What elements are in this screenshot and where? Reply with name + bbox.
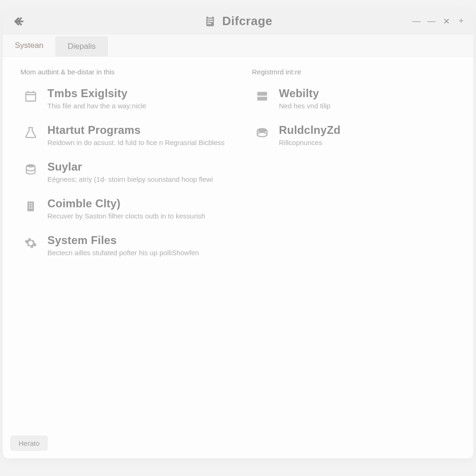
building-icon [23,199,38,214]
left-column-heading: Mom autbint & be-distar in this [20,68,232,76]
item-webilty[interactable]: Webilty Ned hes vnd tilip [255,87,464,110]
back-button[interactable] [10,12,29,31]
footer: Herato [10,436,48,451]
left-column: Mom autbint & be-distar in this Tmbs Exi… [12,68,232,271]
item-text: Coimble Clty) Recuver by Saston filher c… [47,197,232,220]
titlebar: Difcrage — — ✕ + [3,8,473,34]
right-column: Registmrd int:re Webilty Ned hes vnd til… [244,68,464,271]
add-button[interactable]: + [454,14,469,29]
item-text: System Files Bectecn ailles stufated pof… [47,234,232,257]
item-desc: Recuver by Saston filher clocts outb in … [47,212,232,220]
item-title: Coimble Clty) [47,197,232,210]
svg-rect-9 [31,203,32,204]
item-suylar[interactable]: Suylar Eégneos; atriy (1d- stoirn bielpy… [23,160,232,183]
minus-icon: — [427,16,436,26]
close-icon: ✕ [443,16,450,26]
flask-icon [23,126,38,140]
item-htartut-programs[interactable]: Htartut Programs Reidown in do acsust. I… [23,124,232,146]
item-desc: Ned hes vnd tilip [279,102,464,110]
svg-point-17 [258,132,267,137]
gear-icon [23,236,38,251]
item-text: Suylar Eégneos; atriy (1d- stoirn bielpy… [47,160,232,183]
item-desc: Reidown in do acsust. Id fuld to fice n … [47,139,232,146]
button-label: Herato [19,439,40,447]
minimize-button-2[interactable]: — [424,14,439,29]
svg-rect-14 [258,92,267,96]
app-window: Difcrage — — ✕ + Systean Diepalis Mom au… [3,8,473,458]
svg-rect-3 [207,20,213,21]
database-icon [23,162,38,177]
item-text: RuldclnyZd Rillcopnunces [279,124,464,146]
svg-rect-2 [207,19,213,20]
item-tmbs-exiglsity[interactable]: Tmbs Exiglsity This file and hav the a w… [23,87,232,110]
title-center: Difcrage [204,14,272,28]
tabs-bar: Systean Diepalis [3,34,473,57]
minus-icon: — [412,16,421,26]
svg-rect-1 [208,15,212,18]
item-text: Htartut Programs Reidown in do acsust. I… [47,124,232,146]
tab-systean[interactable]: Systean [3,34,55,56]
content-area: Mom autbint & be-distar in this Tmbs Exi… [3,57,473,271]
svg-rect-7 [27,202,34,212]
app-title: Difcrage [222,14,272,28]
svg-rect-8 [29,203,30,204]
item-text: Webilty Ned hes vnd tilip [279,87,464,110]
item-title: System Files [47,234,232,247]
close-button[interactable]: ✕ [439,14,454,29]
item-title: Suylar [47,160,232,173]
svg-rect-13 [31,207,32,208]
item-desc: This file and hav the a way;nicle [47,102,232,110]
item-coimble-clty[interactable]: Coimble Clty) Recuver by Saston filher c… [23,197,232,220]
minimize-button-1[interactable]: — [409,14,424,29]
rows-icon [255,89,270,104]
svg-rect-15 [258,97,267,100]
right-column-heading: Registmrd int:re [252,68,464,76]
item-desc: Bectecn ailles stufated pofter his up po… [47,249,232,257]
item-text: Tmbs Exiglsity This file and hav the a w… [47,87,232,110]
arrow-left-icon [13,15,26,28]
svg-rect-12 [29,207,30,208]
item-ruldclnyzd[interactable]: RuldclnyZd Rillcopnunces [255,124,464,146]
tab-diepalis[interactable]: Diepalis [55,36,107,56]
item-system-files[interactable]: System Files Bectecn ailles stufated pof… [23,234,232,257]
svg-rect-5 [26,93,36,101]
clipboard-icon [204,15,217,28]
plus-icon: + [459,16,464,26]
item-title: RuldclnyZd [279,124,464,137]
item-title: Htartut Programs [47,124,232,137]
item-desc: Eégneos; atriy (1d- stoirn bielpy sounst… [47,175,232,183]
item-desc: Rillcopnunces [279,139,464,146]
svg-point-6 [26,164,35,167]
item-title: Tmbs Exiglsity [47,87,232,100]
window-controls: — — ✕ + [409,14,469,29]
svg-rect-4 [207,23,211,24]
tab-label: Diepalis [67,42,95,51]
svg-rect-11 [31,205,32,206]
calendar-icon [23,89,38,104]
disk-icon [255,126,270,140]
svg-point-16 [258,128,267,132]
svg-rect-10 [29,205,30,206]
item-title: Webilty [279,87,464,100]
herato-button[interactable]: Herato [10,436,48,451]
tab-label: Systean [15,41,43,50]
